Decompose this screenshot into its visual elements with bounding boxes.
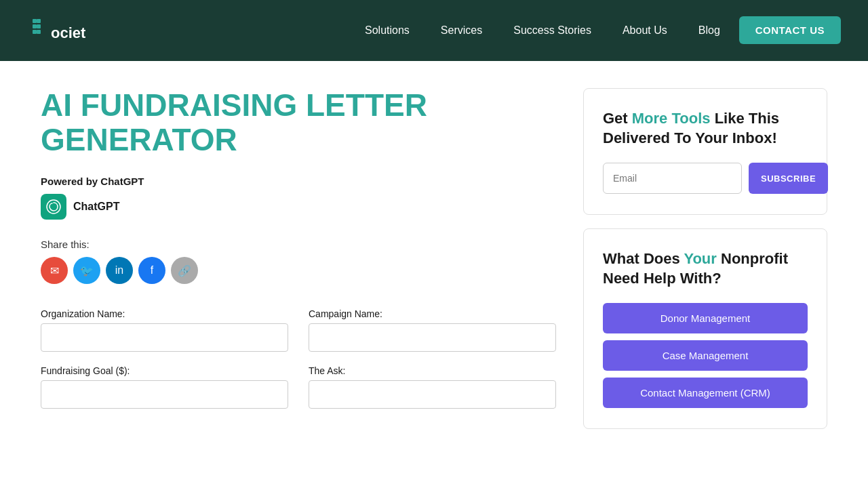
contact-management-button[interactable]: Contact Management (CRM) [603, 378, 808, 408]
org-name-input[interactable] [41, 323, 288, 352]
campaign-name-input[interactable] [309, 323, 556, 352]
svg-rect-2 [37, 24, 41, 28]
svg-rect-0 [33, 19, 37, 23]
the-ask-group: The Ask: [309, 365, 556, 409]
the-ask-label: The Ask: [309, 365, 556, 376]
nav-about-us[interactable]: About Us [610, 19, 679, 41]
subscribe-card: Get More Tools Like This Delivered To Yo… [583, 88, 827, 215]
navbar: ociet Solutions Services Success Stories… [0, 0, 868, 61]
org-name-label: Organization Name: [41, 308, 288, 319]
share-twitter-button[interactable]: 🐦 [73, 257, 100, 284]
left-column: AI FUNDRAISING LETTER GENERATOR Powered … [41, 88, 556, 443]
svg-text:ociet: ociet [51, 24, 86, 41]
chatgpt-badge: ChatGPT [41, 194, 556, 220]
nav-blog[interactable]: Blog [686, 19, 732, 41]
share-link-button[interactable]: 🔗 [171, 257, 198, 284]
subscribe-row: SUBSCRIBE [603, 163, 808, 194]
fundraising-goal-input[interactable] [41, 380, 288, 409]
logo[interactable]: ociet [27, 14, 115, 47]
nonprofit-title-part1: What Does [603, 250, 684, 267]
nav-contact-us[interactable]: CONTACT US [739, 16, 841, 44]
nonprofit-title-highlight: Your [684, 250, 716, 267]
nav-success-stories[interactable]: Success Stories [501, 19, 604, 41]
subscribe-title-highlight: More Tools [632, 110, 711, 127]
share-icons: ✉ 🐦 in f 🔗 [41, 257, 556, 284]
campaign-name-label: Campaign Name: [309, 308, 556, 319]
case-management-button[interactable]: Case Management [603, 340, 808, 371]
nonprofit-card: What Does Your Nonprofit Need Help With?… [583, 228, 827, 429]
chatgpt-icon [41, 194, 66, 220]
share-linkedin-button[interactable]: in [106, 257, 133, 284]
subscribe-title: Get More Tools Like This Delivered To Yo… [603, 109, 808, 148]
powered-by-label: Powered by ChatGPT [41, 176, 556, 187]
donor-management-button[interactable]: Donor Management [603, 303, 808, 333]
form: Organization Name: Campaign Name: Fundra… [41, 308, 556, 409]
subscribe-title-part1: Get [603, 110, 632, 127]
right-column: Get More Tools Like This Delivered To Yo… [583, 88, 827, 443]
nav-links: Solutions Services Success Stories About… [353, 24, 841, 37]
svg-rect-4 [33, 30, 37, 34]
org-name-group: Organization Name: [41, 308, 288, 352]
subscribe-button[interactable]: SUBSCRIBE [749, 163, 828, 194]
subscribe-email-input[interactable] [603, 163, 742, 194]
share-email-button[interactable]: ✉ [41, 257, 68, 284]
fundraising-goal-group: Fundraising Goal ($): [41, 365, 288, 409]
share-facebook-button[interactable]: f [138, 257, 165, 284]
page-title: AI FUNDRAISING LETTER GENERATOR [41, 88, 556, 157]
the-ask-input[interactable] [309, 380, 556, 409]
chatgpt-label: ChatGPT [73, 201, 119, 213]
svg-rect-5 [37, 19, 41, 23]
svg-point-7 [47, 200, 60, 214]
svg-rect-1 [33, 24, 37, 28]
share-label: Share this: [41, 239, 556, 250]
nav-solutions[interactable]: Solutions [353, 19, 422, 41]
nav-services[interactable]: Services [429, 19, 494, 41]
svg-rect-3 [37, 30, 41, 34]
fundraising-goal-label: Fundraising Goal ($): [41, 365, 288, 376]
nonprofit-title: What Does Your Nonprofit Need Help With? [603, 249, 808, 288]
campaign-name-group: Campaign Name: [309, 308, 556, 352]
